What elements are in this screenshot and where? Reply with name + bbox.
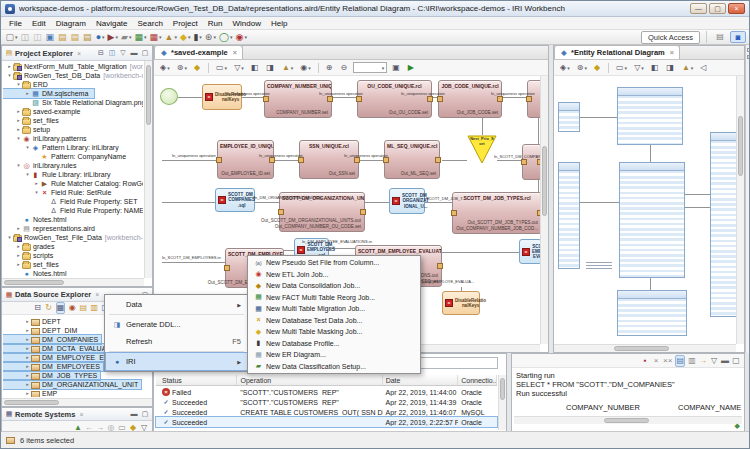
close-tab-icon[interactable]: ×	[95, 291, 99, 298]
tree-item[interactable]: Six Table Relational Diagram.png	[3, 98, 143, 107]
horizontal-scrollbar[interactable]	[2, 278, 144, 286]
menu-item-refresh[interactable]: Refresh F5	[106, 333, 247, 350]
er-entity[interactable]	[558, 102, 580, 132]
open-window-button[interactable]: ▣	[44, 31, 57, 44]
twisty-icon[interactable]: ▾	[6, 71, 13, 80]
maximize-icon[interactable]: ▢	[141, 409, 149, 419]
quick-access-button[interactable]: Quick Access	[641, 31, 700, 44]
show-results-icon[interactable]: ▤	[675, 355, 685, 367]
save-all-button[interactable]: ◫	[32, 31, 45, 44]
disable-keys-node[interactable]: DisableRelatio nalKeys	[442, 291, 480, 315]
column-header[interactable]: COMPANY_NUMBER	[566, 403, 678, 412]
maximize-icon[interactable]: ▢	[732, 356, 740, 366]
align-right-button[interactable]: ◨	[264, 62, 277, 74]
view-menu-icon[interactable]: ▽	[119, 48, 127, 58]
flow-job-node[interactable]: EMPLOYEE_ID_UNIQUE.rcl Out_EMPLOYEE_ID.s…	[217, 140, 274, 179]
submenu-item[interactable]: New Database Test Data Job...	[249, 315, 419, 327]
tree-item[interactable]: ▸ DM_COMPANIES	[3, 335, 101, 344]
edit-job-button[interactable]: ▰▾	[120, 31, 133, 44]
tree-item[interactable]: ▾ Rule Library: iriLibrary	[3, 170, 143, 179]
horizontal-scrollbar[interactable]	[514, 416, 742, 424]
close-button[interactable]: ×	[728, 3, 745, 14]
import-config-icon[interactable]: ▤	[79, 303, 87, 313]
zoom-level-combo[interactable]: ▾	[353, 62, 387, 73]
export-image-button[interactable]: ▣	[390, 62, 403, 74]
submenu-item[interactable]: New Data Consolidation Job...	[249, 280, 419, 292]
menu-item[interactable]: Help	[266, 19, 292, 28]
vertical-scrollbar[interactable]	[540, 76, 548, 344]
tree-item[interactable]: ▸ Rule Matcher Catalog: RowGenFlow	[3, 179, 143, 188]
submenu-item[interactable]: New Data Classification Setup...	[249, 361, 419, 373]
menu-item[interactable]: Diagram	[51, 19, 91, 28]
launch-icon[interactable]: →	[699, 356, 707, 366]
result-row[interactable]: Succeeded CREATE TABLE CUSTOMERS_OUT( SS…	[156, 407, 497, 417]
iri-perspective-button[interactable]: ◙	[730, 31, 746, 43]
flow-job-node[interactable]: OU_CODE_UNIQUE.rcl Out_OU_CODE.set	[357, 80, 432, 118]
font-button[interactable]: ▲▾	[680, 62, 695, 74]
tree-item[interactable]: Pattern: CompanyName	[3, 152, 143, 161]
shape-button[interactable]: ▭▾	[614, 62, 629, 74]
twisty-icon[interactable]: ▸	[24, 326, 31, 335]
remove-all-icon[interactable]: ××	[663, 356, 672, 366]
vertical-scrollbar[interactable]	[498, 375, 506, 430]
close-tab-icon[interactable]: ×	[79, 411, 83, 418]
twisty-icon[interactable]: ▾	[15, 134, 22, 143]
sort-node[interactable]: Next_Prio_S ort	[467, 135, 497, 165]
refresh-icon[interactable]: ↻	[45, 303, 53, 313]
flag-button[interactable]: ▶▾	[106, 31, 119, 44]
save-button[interactable]: ◫	[19, 31, 32, 44]
tree-item[interactable]: ▸ EMP	[3, 389, 151, 397]
tree-item[interactable]: ▾ Pattern Library: iriLibrary	[3, 143, 143, 152]
er-entity[interactable]	[617, 290, 687, 336]
folder-open-button[interactable]: ▤	[69, 31, 82, 44]
erd-canvas[interactable]	[554, 76, 736, 338]
twisty-icon[interactable]: ▸	[24, 89, 31, 98]
result-row[interactable]: Failed "SCOTT"."CUSTOMERS_REP" Apr 22, 2…	[156, 387, 497, 397]
key-button[interactable]: ◉▾	[234, 31, 248, 44]
tree-item[interactable]: ▸ set_files	[3, 116, 143, 125]
tree-item[interactable]: ▸ NextForm_Multi_Table_Migration [workbe…	[3, 62, 143, 71]
filter-button[interactable]: ▽▾	[632, 62, 646, 74]
flow-job-node[interactable]: ML_SEQ_UNIQUE.rcl Out_ML_SEQ.set	[384, 140, 440, 179]
erd-tab[interactable]: ◈ *Entity Relational Diagram ×	[554, 45, 680, 59]
tree-item[interactable]: ▸ grades	[3, 242, 143, 251]
flow-job-node[interactable]: SSN_UNIQUE.rcl Out_SSN.set	[299, 140, 359, 179]
tree-item[interactable]: ▸ DM_ORGANIZATIONAL_UNIT	[3, 380, 141, 389]
select-tool-button[interactable]: ◈▾	[558, 62, 572, 74]
subset-button[interactable]: ▲▾	[163, 31, 178, 44]
select-tool-button[interactable]: ◈▾	[158, 62, 172, 74]
view-menu-icon[interactable]: ▽	[710, 356, 718, 366]
twisty-icon[interactable]: ▸	[24, 371, 31, 380]
twisty-icon[interactable]: ▾	[15, 161, 22, 170]
menu-item[interactable]: Search	[133, 19, 168, 28]
twisty-icon[interactable]: ▸	[24, 380, 31, 389]
twisty-icon[interactable]: ▸	[15, 116, 22, 125]
tree-item[interactable]: ▸ DM.sqlschema	[3, 89, 94, 98]
tree-item[interactable]: ▸ DM_EMPLOYEES	[3, 362, 103, 371]
horizontal-scrollbar[interactable]	[2, 398, 152, 406]
twisty-icon[interactable]: ▸	[15, 242, 22, 251]
minimize-button[interactable]: —	[690, 3, 707, 14]
twisty-icon[interactable]: ▸	[24, 362, 31, 371]
twisty-icon[interactable]: ▾	[33, 188, 40, 197]
twisty-icon[interactable]: ▸	[33, 179, 40, 188]
tree-item[interactable]: ▾ ERD	[3, 80, 143, 89]
submenu-item[interactable]: New Database Profile...	[249, 338, 419, 350]
diagram-toolbar-button[interactable]	[318, 63, 319, 73]
show-source-icon[interactable]: ▥	[688, 356, 696, 366]
new-wizard-button[interactable]: ▢▾	[4, 31, 19, 44]
tree-item[interactable]: Notes.html	[3, 215, 143, 224]
layout-button[interactable]: ⊛▾	[175, 62, 189, 74]
close-tab-icon[interactable]: ×	[233, 49, 237, 56]
twisty-icon[interactable]: ▸	[15, 125, 22, 134]
twisty-icon[interactable]: ▸	[15, 224, 22, 233]
menu-item-data[interactable]: Data ▶	[106, 296, 247, 313]
layout-button[interactable]: ⊛▾	[575, 62, 589, 74]
twisty-icon[interactable]: ▸	[6, 62, 13, 71]
twisty-icon[interactable]: ▸	[15, 260, 22, 269]
er-entity[interactable]	[558, 162, 580, 269]
tree-item[interactable]: ▾ RowGen_Test_DB_Data [workbench-demos m	[3, 71, 143, 80]
twisty-icon[interactable]: ▾	[24, 143, 31, 152]
tree-item[interactable]: ▾ Field Rule: SetRule	[3, 188, 143, 197]
sql-table-node[interactable]: SCOTT_DM_ COMPANIES .sql	[215, 188, 255, 212]
